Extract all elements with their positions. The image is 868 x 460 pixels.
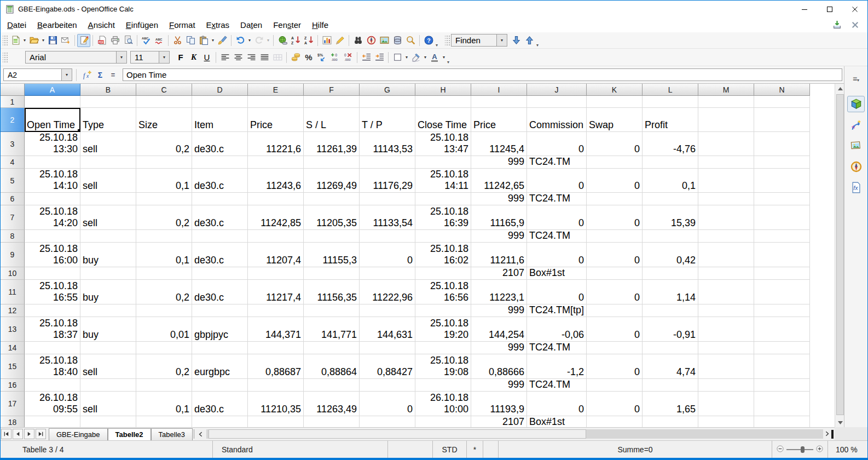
- cell-L12[interactable]: [643, 304, 698, 317]
- cell-J1[interactable]: [527, 96, 587, 108]
- cell-C3[interactable]: 0,2: [136, 132, 192, 156]
- cell-E3[interactable]: 11221,6: [248, 132, 304, 156]
- cell-D18[interactable]: [192, 416, 248, 427]
- cell-L16[interactable]: [643, 379, 698, 392]
- cell-D10[interactable]: [192, 267, 248, 280]
- cell-G3[interactable]: 11143,53: [360, 132, 415, 156]
- navigator-icon[interactable]: [364, 34, 378, 47]
- decrease-indent-icon[interactable]: [360, 51, 373, 64]
- cell-K14[interactable]: [587, 342, 643, 354]
- cell-G13[interactable]: 144,631: [360, 317, 415, 342]
- styles-deck-icon[interactable]: [847, 117, 865, 133]
- cell-L3[interactable]: -4,76: [643, 132, 698, 156]
- cell-J3[interactable]: 0: [527, 132, 587, 156]
- font-name-dropdown-icon[interactable]: ▾: [116, 51, 126, 63]
- zoom-in-icon[interactable]: [816, 445, 823, 454]
- cell-E16[interactable]: [248, 379, 304, 392]
- cell-D9[interactable]: de30.c: [192, 243, 248, 267]
- cell-M4[interactable]: [698, 156, 754, 169]
- cell-A11[interactable]: 25.10.1816:55: [25, 280, 80, 304]
- cell-C5[interactable]: 0,1: [136, 169, 192, 193]
- cell-A1[interactable]: [25, 96, 80, 108]
- menu-daten[interactable]: Daten: [235, 19, 268, 31]
- cell-L10[interactable]: [643, 267, 698, 280]
- percent-format-icon[interactable]: %: [302, 51, 315, 64]
- cell-E12[interactable]: [248, 304, 304, 317]
- column-header-L[interactable]: L: [643, 84, 698, 96]
- cell-E13[interactable]: 144,371: [248, 317, 304, 342]
- cell-H5[interactable]: 25.10.1814:11: [415, 169, 471, 193]
- cell-C17[interactable]: 0,1: [136, 392, 192, 416]
- cell-A5[interactable]: 25.10.1814:10: [25, 169, 80, 193]
- row-header-5[interactable]: 5: [1, 169, 25, 193]
- cell-E4[interactable]: [248, 156, 304, 169]
- cell-F6[interactable]: [304, 193, 360, 205]
- cell-I6[interactable]: 999: [471, 193, 527, 205]
- cell-B13[interactable]: buy: [80, 317, 136, 342]
- cell-C16[interactable]: [136, 379, 192, 392]
- cell-G11[interactable]: 11222,96: [360, 280, 415, 304]
- cell-B18[interactable]: [80, 416, 136, 427]
- cell-H12[interactable]: [415, 304, 471, 317]
- cell-H6[interactable]: [415, 193, 471, 205]
- data-sources-icon[interactable]: [391, 34, 404, 47]
- function-wizard-icon[interactable]: fx: [80, 68, 94, 82]
- new-document-icon[interactable]: [9, 34, 22, 47]
- close-button[interactable]: [842, 1, 867, 18]
- cell-A8[interactable]: [25, 230, 80, 243]
- cell-B3[interactable]: sell: [80, 132, 136, 156]
- cell-N5[interactable]: [754, 169, 810, 193]
- cell-N12[interactable]: [754, 304, 810, 317]
- cell-A16[interactable]: [25, 379, 80, 392]
- column-header-D[interactable]: D: [192, 84, 248, 96]
- cell-H18[interactable]: [415, 416, 471, 427]
- toolbar-overflow-icon[interactable]: ▾: [536, 37, 539, 48]
- cell-I13[interactable]: 144,254: [471, 317, 527, 342]
- cell-G16[interactable]: [360, 379, 415, 392]
- cell-N17[interactable]: [754, 392, 810, 416]
- cell-G15[interactable]: 0,88427: [360, 354, 415, 379]
- cell-D11[interactable]: de30.c: [192, 280, 248, 304]
- find-replace-icon[interactable]: [351, 34, 364, 47]
- tab-scroll-left-icon[interactable]: [195, 428, 206, 440]
- vertical-scrollbar-thumb[interactable]: [836, 94, 844, 415]
- cell-H4[interactable]: [415, 156, 471, 169]
- cell-G1[interactable]: [360, 96, 415, 108]
- cell-H17[interactable]: 26.10.1810:00: [415, 392, 471, 416]
- cell-M10[interactable]: [698, 267, 754, 280]
- name-box[interactable]: A2 ▾: [3, 68, 72, 81]
- cell-N15[interactable]: [754, 354, 810, 379]
- cell-M7[interactable]: [698, 205, 754, 230]
- cell-K13[interactable]: 0: [587, 317, 643, 342]
- cell-I8[interactable]: 999: [471, 230, 527, 243]
- cell-I18[interactable]: 2107: [471, 416, 527, 427]
- undo-icon[interactable]: [234, 34, 247, 47]
- cell-G14[interactable]: [360, 342, 415, 354]
- cell-F4[interactable]: [304, 156, 360, 169]
- cell-E2[interactable]: Price: [248, 108, 304, 132]
- cell-J15[interactable]: -1,2: [527, 354, 587, 379]
- cell-J6[interactable]: TC24.TM: [527, 193, 587, 205]
- cell-K12[interactable]: [587, 304, 643, 317]
- column-header-N[interactable]: N: [754, 84, 810, 96]
- format-paintbrush-icon[interactable]: [216, 34, 229, 47]
- cell-D14[interactable]: [192, 342, 248, 354]
- equals-icon[interactable]: =: [107, 68, 120, 82]
- name-box-dropdown-icon[interactable]: ▾: [61, 69, 72, 81]
- cell-M5[interactable]: [698, 169, 754, 193]
- last-sheet-icon[interactable]: [36, 429, 46, 439]
- cell-A4[interactable]: [25, 156, 80, 169]
- row-header-1[interactable]: 1: [1, 96, 25, 108]
- cell-N3[interactable]: [754, 132, 810, 156]
- column-header-B[interactable]: B: [80, 84, 136, 96]
- cell-F17[interactable]: 11263,49: [304, 392, 360, 416]
- first-sheet-icon[interactable]: [1, 429, 11, 439]
- cell-G4[interactable]: [360, 156, 415, 169]
- column-header-I[interactable]: I: [471, 84, 527, 96]
- cell-H16[interactable]: [415, 379, 471, 392]
- cell-C10[interactable]: [136, 267, 192, 280]
- cell-N11[interactable]: [754, 280, 810, 304]
- menu-bearbeiten[interactable]: Bearbeiten: [32, 19, 83, 31]
- cell-A14[interactable]: [25, 342, 80, 354]
- cell-F8[interactable]: [304, 230, 360, 243]
